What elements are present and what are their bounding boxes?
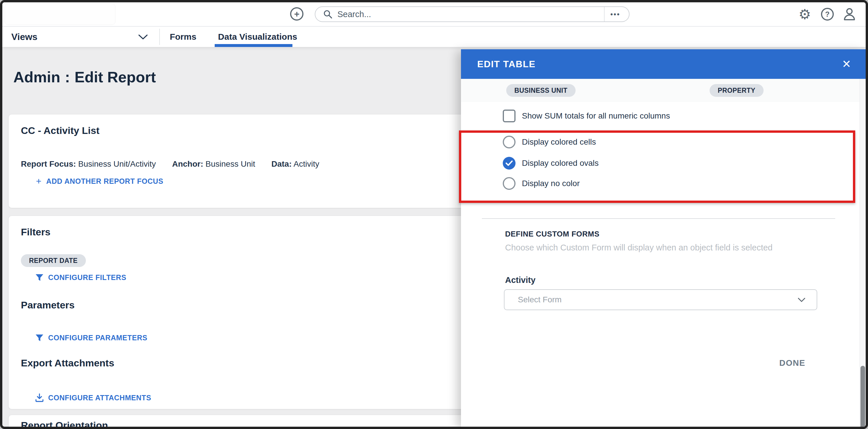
ellipsis-icon[interactable]: ••• — [605, 7, 625, 22]
profile-icon[interactable] — [841, 2, 858, 26]
nav-divider — [159, 29, 160, 45]
search-divider — [604, 7, 604, 22]
done-button[interactable]: DONE — [779, 358, 805, 368]
nav-row: Views Forms Data Visualizations — [2, 27, 866, 47]
help-icon[interactable]: ? — [820, 2, 835, 26]
help-question-mark: ? — [821, 8, 834, 21]
report-data: Data: Activity — [272, 159, 319, 169]
select-form-placeholder: Select Form — [518, 295, 562, 304]
property-chip[interactable]: PROPERTY — [710, 84, 764, 97]
report-meta: Report Focus: Business Unit/Activity Anc… — [21, 159, 319, 169]
report-config-card: Filters REPORT DATE CONFIGURE FILTERS Pa… — [9, 216, 469, 409]
panel-header: EDIT TABLE ✕ — [461, 49, 866, 79]
filters-heading: Filters — [21, 226, 51, 238]
report-name: CC - Activity List — [21, 125, 99, 136]
active-tab-underline — [215, 44, 292, 47]
report-orientation-heading: Report Orientation — [21, 420, 108, 429]
gear-icon[interactable]: ⚙ — [796, 2, 813, 26]
close-icon[interactable]: ✕ — [838, 49, 855, 79]
configure-parameters-button[interactable]: CONFIGURE PARAMETERS — [35, 334, 147, 342]
app-window: + Search... ••• ⚙ ? Views Forms Data Vis… — [0, 0, 868, 429]
sum-totals-checkbox-row[interactable]: Show SUM totals for all numeric columns — [503, 109, 670, 122]
chevron-down-icon — [798, 297, 806, 303]
chevron-down-icon — [138, 34, 148, 40]
report-anchor: Anchor: Business Unit — [172, 159, 255, 169]
configure-attachments-button[interactable]: CONFIGURE ATTACHMENTS — [35, 393, 151, 402]
report-orientation-card: Report Orientation — [9, 415, 469, 429]
download-icon — [35, 393, 43, 402]
sum-totals-label: Show SUM totals for all numeric columns — [522, 111, 670, 121]
configure-filters-button[interactable]: CONFIGURE FILTERS — [35, 273, 126, 282]
search-input[interactable]: Search... ••• — [315, 6, 629, 22]
logo-placeholder — [5, 3, 116, 25]
edit-table-panel: EDIT TABLE ✕ BUSINESS UNIT PROPERTY Show… — [461, 49, 866, 427]
search-placeholder: Search... — [337, 9, 371, 19]
activity-field-label: Activity — [505, 275, 535, 285]
panel-title: EDIT TABLE — [477, 59, 535, 70]
views-dropdown[interactable]: Views — [11, 27, 37, 47]
panel-scrollbar-thumb[interactable] — [861, 366, 865, 429]
business-unit-chip[interactable]: BUSINESS UNIT — [506, 84, 576, 97]
top-bar: + Search... ••• ⚙ ? — [2, 2, 866, 27]
annotation-highlight-rectangle — [459, 130, 855, 203]
filter-icon — [35, 334, 43, 342]
checkbox-unchecked[interactable] — [503, 109, 516, 122]
panel-scrollbar-track[interactable] — [860, 79, 866, 427]
add-icon[interactable]: + — [290, 7, 304, 21]
search-icon — [323, 9, 333, 19]
page-title: Admin:Edit Report — [13, 68, 156, 86]
define-custom-forms-description: Choose which Custom Form will display wh… — [505, 243, 773, 253]
report-summary-card: CC - Activity List Report Focus: Busines… — [9, 114, 469, 208]
report-date-chip[interactable]: REPORT DATE — [21, 254, 86, 267]
export-attachments-heading: Export Attachments — [21, 357, 114, 369]
add-report-focus-button[interactable]: + ADD ANOTHER REPORT FOCUS — [36, 176, 163, 187]
section-divider — [482, 218, 835, 219]
define-custom-forms-heading: DEFINE CUSTOM FORMS — [505, 230, 599, 238]
parameters-heading: Parameters — [21, 299, 74, 311]
tab-forms[interactable]: Forms — [166, 27, 200, 47]
select-form-dropdown[interactable]: Select Form — [504, 289, 817, 310]
plus-icon: + — [36, 176, 41, 187]
report-focus: Report Focus: Business Unit/Activity — [21, 159, 156, 169]
filter-icon — [35, 274, 43, 282]
